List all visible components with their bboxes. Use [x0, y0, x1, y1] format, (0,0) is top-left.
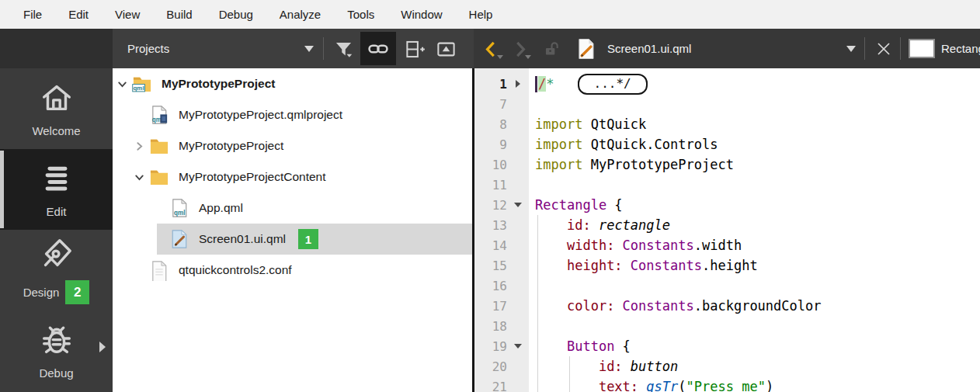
menu-item-edit[interactable]: Edit [55, 0, 102, 29]
fold-closed-icon[interactable] [516, 80, 520, 88]
collapse-chevron-icon[interactable] [114, 76, 130, 92]
tree-row[interactable]: MyPrototypeProject [113, 130, 472, 161]
fold-marker[interactable] [507, 336, 529, 356]
token-plain [535, 298, 567, 314]
code-line[interactable]: 20 id: button [474, 356, 980, 376]
go-forward-button[interactable] [506, 35, 533, 63]
sidebar-item-design[interactable]: Design2 [0, 230, 113, 310]
indent-guide [537, 215, 538, 235]
pane-selector-dropdown[interactable] [295, 35, 323, 63]
code-line[interactable]: 10import MyPrototypeProject [474, 154, 980, 175]
line-number: 12 [474, 198, 507, 213]
bug-icon [39, 322, 75, 361]
token-comment-open: / [538, 76, 546, 92]
indent-guide [569, 356, 570, 376]
code-line[interactable]: 11 [474, 175, 980, 195]
line-number: 20 [474, 359, 507, 374]
fold-marker [507, 296, 529, 316]
document-dropdown[interactable] [837, 35, 865, 63]
menu-item-window[interactable]: Window [387, 0, 455, 29]
submenu-arrow-icon[interactable] [99, 342, 106, 352]
collapse-chevron-icon[interactable] [131, 169, 147, 185]
svg-text:qml: qml [134, 85, 144, 92]
menu-item-file[interactable]: File [10, 0, 55, 29]
code-text: id: rectangle [529, 215, 980, 235]
toolbar: Projects [0, 29, 980, 68]
tree-row[interactable]: qmMyPrototypeProject.qmlproject [113, 99, 472, 130]
code-line[interactable]: 9import QtQuick.Controls [474, 134, 980, 154]
fold-marker [507, 94, 529, 114]
open-document-name[interactable]: Screen01.ui.qml [607, 29, 691, 68]
sidebar-item-edit[interactable]: Edit [0, 149, 113, 230]
go-back-button[interactable] [478, 35, 505, 63]
menu-item-view[interactable]: View [102, 0, 153, 29]
unlock-icon [541, 39, 561, 59]
menu-bar: FileEditViewBuildDebugAnalyzeToolsWindow… [0, 0, 980, 29]
qmlproject-file-icon: qm [148, 104, 170, 126]
token-plain [535, 359, 599, 374]
expand-chevron-icon[interactable] [131, 138, 147, 154]
fold-marker [507, 316, 529, 336]
expander-spacer [131, 107, 147, 123]
split-button[interactable] [401, 35, 429, 63]
token-plain: MyPrototypeProject [582, 157, 733, 172]
code-text: color: Constants.backgroundColor [529, 296, 980, 316]
collapsed-comment-pill[interactable]: ...*/ [578, 74, 648, 95]
link-with-editor-button[interactable] [360, 32, 396, 65]
token-property: id: [599, 359, 623, 374]
pane-selector-label[interactable]: Projects [127, 29, 169, 68]
indent-guide [537, 255, 538, 276]
code-line[interactable]: 8import QtQuick [474, 114, 980, 134]
show-central-widget-button[interactable] [432, 35, 460, 63]
tree-item-label: Screen01.ui.qml [199, 232, 286, 246]
fold-open-icon[interactable] [514, 344, 522, 349]
fold-marker[interactable] [507, 74, 529, 94]
code-line[interactable]: 12Rectangle { [474, 195, 980, 215]
split-add-icon [405, 39, 426, 60]
code-line[interactable]: 15 height: Constants.height [474, 255, 980, 276]
code-line[interactable]: 7 [474, 94, 980, 114]
menu-item-tools[interactable]: Tools [334, 0, 387, 29]
tree-row[interactable]: qtquickcontrols2.conf [113, 255, 472, 286]
code-line[interactable]: 1/*...*/ [474, 74, 980, 94]
token-plain: .width [694, 238, 742, 253]
tree-item-label: MyPrototypeProject.qmlproject [179, 108, 342, 122]
code-line[interactable]: 21 text: qsTr("Press me") [474, 376, 980, 392]
lock-toggle-button[interactable] [537, 35, 565, 63]
code-text: height: Constants.height [529, 255, 980, 276]
code-text [529, 276, 980, 296]
code-line[interactable]: 19 Button { [474, 336, 980, 356]
code-text [529, 175, 980, 195]
fold-marker [507, 255, 529, 276]
filter-button[interactable] [329, 35, 357, 63]
fold-marker [507, 376, 529, 392]
context-item-label[interactable]: Rectangle [941, 29, 980, 68]
menu-item-analyze[interactable]: Analyze [266, 0, 334, 29]
menu-item-build[interactable]: Build [153, 0, 205, 29]
code-line[interactable]: 18 [474, 316, 980, 336]
code-line[interactable]: 13 id: rectangle [474, 215, 980, 235]
menu-item-debug[interactable]: Debug [206, 0, 266, 29]
tree-row[interactable]: MyPrototypeProjectContent [113, 161, 472, 193]
toolbar-left-spacer [0, 29, 113, 68]
tree-row[interactable]: qmlMyPrototypeProject [113, 68, 472, 99]
close-document-button[interactable] [870, 35, 898, 63]
indent-guide [537, 296, 538, 316]
qml-file-icon: qml [169, 197, 190, 219]
code-line[interactable]: 14 width: Constants.width [474, 235, 980, 255]
fold-open-icon[interactable] [514, 203, 522, 207]
code-editor[interactable]: 1/*...*/78import QtQuick9import QtQuick.… [474, 68, 980, 392]
tree-row[interactable]: Screen01.ui.qml1 [113, 224, 472, 255]
color-swatch[interactable] [909, 39, 935, 58]
expander-spacer [151, 200, 167, 216]
sidebar-item-welcome[interactable]: Welcome [0, 68, 113, 149]
code-line[interactable]: 16 [474, 276, 980, 296]
tree-row[interactable]: qmlApp.qml [113, 193, 472, 224]
menu-item-help[interactable]: Help [456, 0, 506, 29]
sidebar-item-debug[interactable]: Debug [0, 310, 113, 391]
home-icon [39, 80, 75, 119]
fold-marker[interactable] [507, 195, 529, 215]
ui-file-icon [169, 228, 190, 250]
code-line[interactable]: 17 color: Constants.backgroundColor [474, 296, 980, 316]
edited-document-icon [574, 37, 597, 61]
